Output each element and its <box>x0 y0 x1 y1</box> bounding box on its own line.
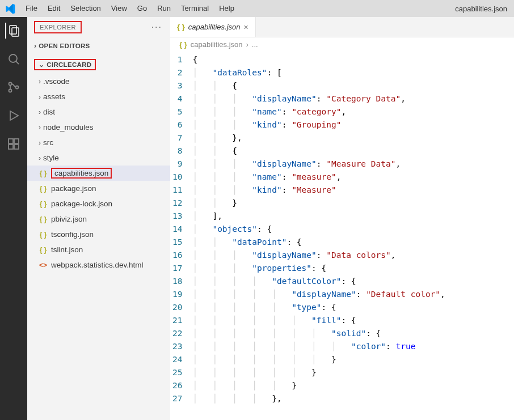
explorer-label: EXPLORER <box>34 21 82 33</box>
html-file-icon: <> <box>39 261 48 269</box>
tab-capabilities-json[interactable]: { } capabilities.json × <box>170 17 256 37</box>
extensions-icon[interactable] <box>6 136 22 152</box>
menu-help[interactable]: Help <box>214 4 239 12</box>
line-gutter: 1234567891011121314151617181920212223242… <box>170 51 192 420</box>
chevron-right-icon: › <box>39 139 41 147</box>
activity-bar <box>0 17 27 420</box>
json-file-icon: { } <box>39 246 48 254</box>
json-file-icon: { } <box>39 185 48 193</box>
code-content[interactable]: {│ "dataRoles": [│ │ {│ │ │ "displayName… <box>192 51 445 420</box>
chevron-down-icon: ⌄ <box>39 61 44 69</box>
svg-rect-0 <box>10 26 16 34</box>
file-webpack-statistics-dev-html[interactable]: <>webpack.statistics.dev.html <box>27 257 170 273</box>
folder-label: .vscode <box>43 77 70 86</box>
editor-area: { } capabilities.json × { } capabilities… <box>170 17 514 420</box>
svg-rect-10 <box>14 139 19 143</box>
vscode-logo-icon <box>5 3 16 14</box>
json-file-icon: { } <box>39 215 48 223</box>
sidebar-header: EXPLORER ··· <box>27 17 170 37</box>
chevron-right-icon: › <box>39 78 41 86</box>
svg-rect-8 <box>9 145 13 149</box>
folder--vscode[interactable]: ›.vscode <box>27 74 170 89</box>
folder-label: src <box>43 138 53 147</box>
folder-assets[interactable]: ›assets <box>27 89 170 104</box>
file-pbiviz-json[interactable]: { }pbiviz.json <box>27 211 170 227</box>
sidebar-more-icon[interactable]: ··· <box>151 22 162 32</box>
sidebar: EXPLORER ··· › OPEN EDITORS ⌄CIRCLECARD … <box>27 17 170 420</box>
folder-label: assets <box>43 92 65 101</box>
file-tree: ›.vscode›assets›dist›node_modules›src›st… <box>27 73 170 274</box>
open-editors-section[interactable]: › OPEN EDITORS <box>27 40 170 52</box>
breadcrumb[interactable]: { } capabilities.json › ... <box>170 37 514 51</box>
search-icon[interactable] <box>6 51 22 67</box>
file-label: package.json <box>51 184 96 193</box>
menubar: FileEditSelectionViewGoRunTerminalHelp c… <box>0 0 514 17</box>
workspace-root-section[interactable]: ⌄CIRCLECARD <box>27 57 170 73</box>
menu-view[interactable]: View <box>106 4 132 12</box>
tab-bar: { } capabilities.json × <box>170 17 514 37</box>
chevron-right-icon: › <box>39 108 41 116</box>
tab-close-icon[interactable]: × <box>244 23 248 32</box>
chevron-right-icon: › <box>246 40 248 49</box>
menu-file[interactable]: File <box>20 4 43 12</box>
file-package-lock-json[interactable]: { }package-lock.json <box>27 196 170 211</box>
run-debug-icon[interactable] <box>6 108 22 124</box>
file-label: webpack.statistics.dev.html <box>51 261 144 269</box>
file-label: tsconfig.json <box>51 230 94 239</box>
explorer-icon[interactable] <box>5 23 21 39</box>
breadcrumb-file: capabilities.json <box>191 40 243 49</box>
menu-terminal[interactable]: Terminal <box>176 4 214 12</box>
svg-point-4 <box>9 83 12 86</box>
chevron-right-icon: › <box>39 124 41 131</box>
json-file-icon: { } <box>39 231 48 239</box>
chevron-right-icon: › <box>34 42 36 50</box>
folder-src[interactable]: ›src <box>27 135 170 150</box>
chevron-right-icon: › <box>39 93 41 101</box>
svg-line-3 <box>16 61 19 64</box>
json-file-icon: { } <box>39 169 48 177</box>
menu-selection[interactable]: Selection <box>65 4 106 12</box>
window-title: capabilities.json <box>455 5 514 13</box>
breadcrumb-tail: ... <box>252 40 258 49</box>
file-label: capabilities.json <box>51 168 112 179</box>
menu-run[interactable]: Run <box>152 4 176 12</box>
workspace-root-label: CIRCLECARD <box>47 61 91 68</box>
menu-edit[interactable]: Edit <box>43 4 65 12</box>
svg-point-6 <box>16 86 19 89</box>
file-capabilities-json[interactable]: { }capabilities.json <box>27 166 170 181</box>
file-package-json[interactable]: { }package.json <box>27 181 170 196</box>
svg-rect-7 <box>9 139 13 143</box>
json-file-icon: { } <box>179 40 187 49</box>
folder-label: node_modules <box>43 123 94 131</box>
file-tslint-json[interactable]: { }tslint.json <box>27 242 170 257</box>
folder-dist[interactable]: ›dist <box>27 104 170 120</box>
folder-node-modules[interactable]: ›node_modules <box>27 120 170 135</box>
folder-style[interactable]: ›style <box>27 150 170 166</box>
svg-point-5 <box>9 90 12 92</box>
svg-point-2 <box>9 54 17 62</box>
folder-label: dist <box>43 108 55 116</box>
code-editor[interactable]: 1234567891011121314151617181920212223242… <box>170 51 514 420</box>
file-label: pbiviz.json <box>51 215 87 223</box>
json-file-icon: { } <box>177 23 185 31</box>
tab-label: capabilities.json <box>188 23 241 31</box>
open-editors-label: OPEN EDITORS <box>39 43 90 49</box>
source-control-icon[interactable] <box>6 79 22 95</box>
file-label: package-lock.json <box>51 200 112 208</box>
svg-rect-9 <box>14 145 19 149</box>
file-label: tslint.json <box>51 245 83 254</box>
json-file-icon: { } <box>39 200 48 208</box>
menu-go[interactable]: Go <box>132 4 152 12</box>
file-tsconfig-json[interactable]: { }tsconfig.json <box>27 227 170 242</box>
folder-label: style <box>43 154 59 162</box>
chevron-right-icon: › <box>39 154 41 162</box>
svg-rect-1 <box>12 28 19 36</box>
